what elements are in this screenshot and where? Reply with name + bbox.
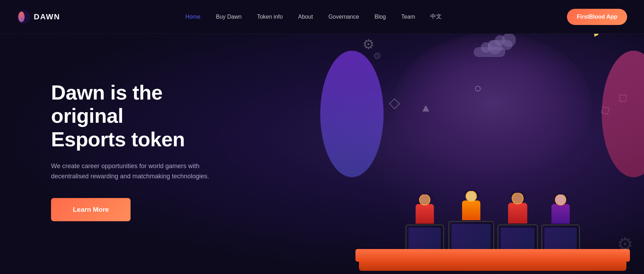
- gear-icon-bottom-right: ⚙: [617, 234, 633, 255]
- nav-link-team[interactable]: Team: [393, 14, 423, 20]
- geo-triangle-icon: [422, 105, 429, 111]
- learn-more-button[interactable]: Learn More: [51, 198, 131, 221]
- nav-item-blog[interactable]: Blog: [367, 14, 393, 20]
- monitor-1: [405, 224, 444, 253]
- person-2: [462, 191, 480, 220]
- head-4: [555, 194, 566, 205]
- hero-subtitle: We create career opportunities for world…: [51, 161, 220, 181]
- navbar: DAWN Home Buy Dawn Token info About Gove…: [0, 0, 644, 34]
- body-1: [416, 204, 434, 224]
- body-3: [508, 203, 528, 223]
- gear-icon-large: ⚙: [362, 37, 374, 52]
- hero-title: Dawn is the original Esports token: [51, 81, 225, 151]
- body-2: [462, 200, 480, 220]
- nav-item-token-info[interactable]: Token info: [249, 14, 290, 20]
- desk-scene: [355, 170, 630, 262]
- nav-link-token-info[interactable]: Token info: [249, 14, 290, 20]
- person-3: [508, 192, 528, 223]
- nav-link-governance[interactable]: Governance: [321, 14, 367, 20]
- nav-item-chinese[interactable]: 中文: [423, 13, 449, 20]
- hero-section: Dawn is the original Esports token We cr…: [0, 0, 644, 274]
- nav-links: Home Buy Dawn Token info About Governanc…: [178, 13, 450, 20]
- gear-icon-small: ⚙: [373, 51, 381, 62]
- hero-title-line2: Esports token: [51, 128, 185, 151]
- desk-front: [359, 261, 626, 271]
- hero-content: Dawn is the original Esports token We cr…: [0, 53, 225, 222]
- nav-link-home[interactable]: Home: [178, 14, 208, 20]
- head-3: [512, 192, 524, 204]
- nav-link-about[interactable]: About: [290, 14, 321, 20]
- logo[interactable]: DAWN: [17, 10, 60, 24]
- nav-item-team[interactable]: Team: [393, 14, 423, 20]
- nav-link-blog[interactable]: Blog: [367, 14, 393, 20]
- glow-left: [320, 51, 384, 177]
- geo-circle-icon: [475, 86, 481, 91]
- hero-illustration: 🚀 ⚙ ⚙ ⚙: [341, 30, 644, 269]
- person-4: [551, 194, 570, 224]
- nav-item-home[interactable]: Home: [178, 14, 208, 20]
- monitor-4: [541, 224, 580, 253]
- logo-icon: [17, 10, 30, 24]
- monitor-2: [448, 221, 494, 253]
- nav-item-governance[interactable]: Governance: [321, 14, 367, 20]
- nav-item-about[interactable]: About: [290, 14, 321, 20]
- logo-text: DAWN: [34, 12, 60, 21]
- svg-point-1: [18, 12, 25, 22]
- head-1: [419, 194, 430, 205]
- cloud-icon-2: [488, 40, 512, 50]
- hero-title-line1: Dawn is the original: [51, 81, 163, 127]
- desk-surface: [355, 249, 630, 262]
- nav-item-buy-dawn[interactable]: Buy Dawn: [208, 14, 249, 20]
- body-4: [551, 204, 570, 224]
- characters-row: [355, 170, 630, 262]
- nav-link-buy-dawn[interactable]: Buy Dawn: [208, 14, 249, 20]
- glow-right: [602, 51, 644, 177]
- head-2: [466, 191, 477, 202]
- person-1: [416, 194, 434, 224]
- nav-link-chinese[interactable]: 中文: [423, 13, 449, 19]
- firstblood-app-button[interactable]: FirstBlood App: [567, 9, 627, 25]
